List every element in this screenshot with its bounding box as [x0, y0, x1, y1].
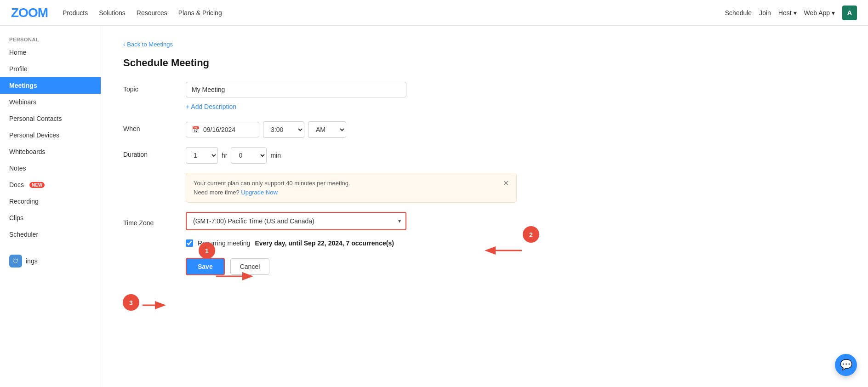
- top-navigation: zoom Products Solutions Resources Plans …: [0, 0, 868, 26]
- chat-icon: 💬: [840, 359, 852, 371]
- recurring-label[interactable]: Recurring meeting: [198, 239, 250, 247]
- back-chevron-icon: ‹: [123, 41, 125, 48]
- sidebar-item-recording[interactable]: Recording: [0, 193, 101, 210]
- warning-text-line1: Your current plan can only support 40 mi…: [194, 180, 350, 187]
- chat-fab-button[interactable]: 💬: [835, 354, 857, 376]
- sidebar-item-meetings[interactable]: Meetings: [0, 77, 101, 94]
- zoom-logo[interactable]: zoom: [11, 6, 48, 20]
- date-field[interactable]: 📅 09/16/2024: [186, 122, 259, 137]
- save-button[interactable]: Save: [186, 258, 225, 275]
- sidebar-section-label: PERSONAL: [0, 33, 101, 44]
- sidebar-profile-label: Profile: [9, 65, 28, 73]
- host-button[interactable]: Host: [778, 9, 797, 17]
- duration-controls: 1 2 hr 0 15 30 45 min: [186, 147, 846, 164]
- topic-label: Topic: [123, 82, 178, 93]
- sidebar-home-label: Home: [9, 49, 26, 56]
- sidebar-item-webinars[interactable]: Webinars: [0, 94, 101, 110]
- docs-new-badge: NEW: [29, 182, 45, 188]
- when-label: When: [123, 121, 178, 132]
- nav-products[interactable]: Products: [63, 9, 88, 17]
- nav-right: Schedule Join Host Web App A: [725, 6, 857, 20]
- back-to-meetings-link[interactable]: ‹ Back to Meetings: [123, 41, 173, 48]
- warning-text: Your current plan can only support 40 mi…: [194, 179, 350, 197]
- when-controls: 📅 09/16/2024 3:00 3:30 4:00 AM PM: [186, 121, 846, 138]
- duration-min-select[interactable]: 0 15 30 45: [231, 147, 267, 164]
- nav-left: zoom Products Solutions Resources Plans …: [11, 6, 222, 20]
- shield-icon: 🛡: [9, 255, 22, 267]
- nav-plans-pricing[interactable]: Plans & Pricing: [178, 9, 222, 17]
- add-description-button[interactable]: + Add Description: [186, 101, 236, 112]
- sidebar-item-personal-contacts[interactable]: Personal Contacts: [0, 110, 101, 127]
- timezone-select[interactable]: (GMT-7:00) Pacific Time (US and Canada) …: [186, 212, 406, 230]
- sidebar-item-clips[interactable]: Clips: [0, 210, 101, 226]
- user-avatar[interactable]: A: [842, 6, 857, 20]
- timezone-row: Time Zone (GMT-7:00) Pacific Time (US an…: [123, 212, 846, 230]
- timezone-controls: (GMT-7:00) Pacific Time (US and Canada) …: [186, 212, 846, 230]
- when-row: When 📅 09/16/2024 3:00 3:30 4:00 AM PM: [123, 121, 846, 138]
- sidebar-webinars-label: Webinars: [9, 98, 36, 106]
- timezone-label: Time Zone: [123, 216, 178, 227]
- sidebar-personal-devices-label: Personal Devices: [9, 131, 59, 139]
- sidebar-notes-label: Notes: [9, 165, 26, 172]
- recurring-row: Recurring meeting Every day, until Sep 2…: [186, 239, 846, 247]
- date-value: 09/16/2024: [203, 126, 235, 133]
- sidebar: PERSONAL Home Profile Meetings Webinars …: [0, 26, 101, 387]
- timezone-select-wrapper: (GMT-7:00) Pacific Time (US and Canada) …: [186, 212, 406, 230]
- cancel-button[interactable]: Cancel: [230, 258, 270, 275]
- back-link-label: Back to Meetings: [127, 41, 173, 48]
- duration-hr-select[interactable]: 1 2: [186, 147, 218, 164]
- sidebar-bottom-label: ings: [26, 257, 38, 265]
- sidebar-item-docs[interactable]: Docs NEW: [0, 176, 101, 193]
- topic-input[interactable]: [186, 82, 406, 97]
- duration-row: Duration 1 2 hr 0 15 30 45 min: [123, 147, 846, 164]
- recurring-checkbox[interactable]: [186, 239, 193, 247]
- calendar-icon: 📅: [192, 126, 200, 133]
- warning-text-line2: Need more time?: [194, 189, 240, 196]
- ampm-select[interactable]: AM PM: [308, 121, 346, 138]
- page-title: Schedule Meeting: [123, 57, 846, 69]
- duration-inputs: 1 2 hr 0 15 30 45 min: [186, 147, 846, 164]
- time-select[interactable]: 3:00 3:30 4:00: [263, 121, 304, 138]
- webapp-button[interactable]: Web App: [804, 9, 835, 17]
- upgrade-now-link[interactable]: Upgrade Now: [241, 189, 278, 196]
- sidebar-item-notes[interactable]: Notes: [0, 160, 101, 176]
- when-inputs: 📅 09/16/2024 3:00 3:30 4:00 AM PM: [186, 121, 846, 138]
- topic-row: Topic + Add Description: [123, 82, 846, 112]
- sidebar-meetings-label: Meetings: [9, 82, 37, 89]
- sidebar-whiteboards-label: Whiteboards: [9, 148, 46, 155]
- sidebar-scheduler-label: Scheduler: [9, 231, 38, 238]
- action-row: Save Cancel: [186, 258, 846, 275]
- hr-unit-label: hr: [222, 152, 227, 159]
- schedule-button[interactable]: Schedule: [725, 9, 752, 17]
- main-content: ‹ Back to Meetings Schedule Meeting Topi…: [101, 26, 868, 387]
- sidebar-docs-label: Docs: [9, 181, 24, 188]
- sidebar-personal-contacts-label: Personal Contacts: [9, 115, 62, 122]
- join-button[interactable]: Join: [759, 9, 771, 17]
- recurring-info: Every day, until Sep 22, 2024, 7 occurre…: [255, 239, 394, 247]
- duration-label: Duration: [123, 147, 178, 158]
- min-unit-label: min: [270, 152, 281, 159]
- app-layout: PERSONAL Home Profile Meetings Webinars …: [0, 26, 868, 387]
- sidebar-item-personal-devices[interactable]: Personal Devices: [0, 127, 101, 143]
- sidebar-item-whiteboards[interactable]: Whiteboards: [0, 143, 101, 160]
- sidebar-item-bottom[interactable]: 🛡 ings: [0, 250, 101, 272]
- sidebar-clips-label: Clips: [9, 214, 23, 222]
- nav-resources[interactable]: Resources: [137, 9, 167, 17]
- sidebar-item-scheduler[interactable]: Scheduler: [0, 226, 101, 243]
- nav-solutions[interactable]: Solutions: [99, 9, 126, 17]
- topic-controls: + Add Description: [186, 82, 846, 112]
- nav-links: Products Solutions Resources Plans & Pri…: [63, 9, 222, 17]
- sidebar-recording-label: Recording: [9, 198, 39, 205]
- warning-box: Your current plan can only support 40 mi…: [186, 173, 517, 203]
- sidebar-item-home[interactable]: Home: [0, 44, 101, 61]
- warning-close-button[interactable]: ✕: [499, 179, 509, 188]
- sidebar-item-profile[interactable]: Profile: [0, 61, 101, 77]
